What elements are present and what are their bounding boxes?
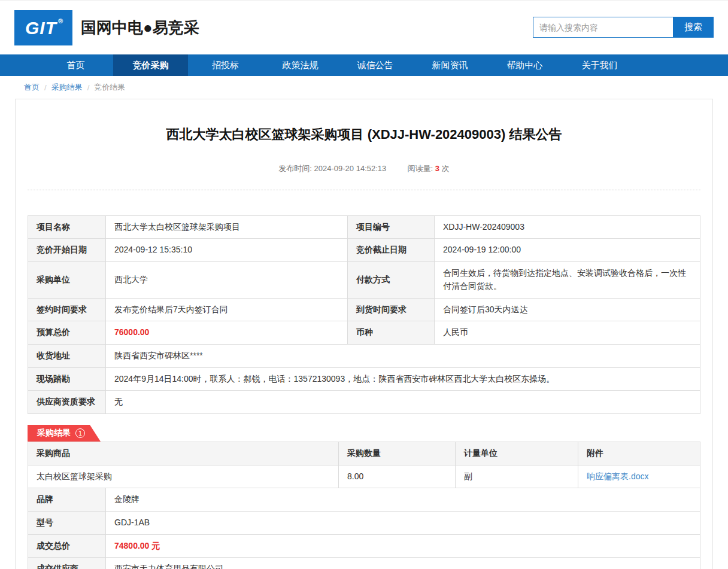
views-count: 3: [435, 164, 439, 173]
cell-value: 2024-09-12 15:35:10: [106, 239, 348, 262]
table-row: 采购单位 西北大学 付款方式 合同生效后，待货物到达指定地点、安装调试验收合格后…: [28, 262, 700, 298]
table-row: 收货地址 陕西省西安市碑林区****: [28, 344, 700, 367]
cell-label: 收货地址: [28, 344, 106, 367]
search-button[interactable]: 搜索: [673, 17, 714, 38]
cell-value: 人民币: [435, 321, 700, 345]
table-row: 成交总价 74800.00 元: [28, 534, 700, 558]
table-row: 太白校区篮球架采购 8.00 副 响应偏离表.docx: [28, 465, 700, 488]
search-bar: 搜索: [533, 17, 714, 38]
column-header: 附件: [578, 442, 700, 465]
site-header: GIT® 国网中电●易竞采 搜索: [0, 1, 728, 54]
cell-label: 签约时间要求: [28, 298, 106, 321]
cell-value: 西北大学太白校区篮球架采购项目: [106, 215, 348, 239]
registered-mark-icon: ®: [58, 17, 63, 25]
table-row: 品牌 金陵牌: [28, 488, 700, 512]
table-row: 供应商资质要求 无: [28, 391, 700, 414]
attachment-cell: 响应偏离表.docx: [578, 465, 700, 488]
project-info-table: 项目名称 西北大学太白校区篮球架采购项目 项目编号 XDJJ-HW-202409…: [28, 215, 700, 414]
nav-item-about-us[interactable]: 关于我们: [562, 54, 637, 76]
cell-label: 型号: [28, 512, 106, 535]
breadcrumb-home[interactable]: 首页: [24, 82, 40, 93]
cell-label: 采购单位: [28, 262, 106, 298]
table-row: 成交供应商 西安市天力体育用品有限公司: [28, 558, 700, 569]
cell-value: 金陵牌: [106, 488, 700, 512]
announcement-meta: 发布时间: 2024-09-20 14:52:13 阅读量: 3 次: [28, 163, 700, 174]
breadcrumb-current: 竞价结果: [94, 82, 125, 93]
nav-item-news[interactable]: 新闻资讯: [412, 54, 487, 76]
cell-label: 现场踏勘: [28, 367, 106, 391]
cell-label: 竞价截止日期: [348, 239, 435, 262]
table-row: 签约时间要求 发布竞价结果后7天内签订合同 到货时间要求 合同签订后30天内送达: [28, 298, 700, 321]
logo-text: GIT: [25, 18, 57, 38]
badge-count: 1: [75, 428, 85, 438]
nav-item-home[interactable]: 首页: [38, 54, 113, 76]
table-row: 项目名称 西北大学太白校区篮球架采购项目 项目编号 XDJJ-HW-202409…: [28, 215, 700, 239]
cell-value: 西安市天力体育用品有限公司: [106, 558, 700, 569]
table-row: 型号 GDJ-1AB: [28, 512, 700, 535]
content-card: 西北大学太白校区篮球架采购项目 (XDJJ-HW-202409003) 结果公告…: [15, 99, 713, 569]
cell-value: GDJ-1AB: [106, 512, 700, 535]
column-header: 计量单位: [456, 442, 578, 465]
budget-total-price: 76000.00: [106, 321, 348, 345]
site-logo[interactable]: GIT®: [14, 10, 72, 45]
quantity: 8.00: [339, 465, 456, 488]
column-header: 采购数量: [339, 442, 456, 465]
table-row: 预算总价 76000.00 币种 人民币: [28, 321, 700, 345]
publish-time-value: 2024-09-20 14:52:13: [314, 164, 387, 173]
views-unit: 次: [442, 164, 450, 173]
table-row: 竞价开始日期 2024-09-12 15:35:10 竞价截止日期 2024-0…: [28, 239, 700, 262]
views-label: 阅读量:: [408, 164, 433, 173]
badge-label: 采购结果: [37, 428, 71, 439]
table-row: 现场踏勘 2024年9月14日14:00时，联系人：郝锐，电话：13572130…: [28, 367, 700, 391]
attachment-link[interactable]: 响应偏离表.docx: [587, 471, 648, 481]
cell-value: 陕西省西安市碑林区****: [106, 344, 700, 367]
breadcrumb-separator: /: [44, 83, 47, 92]
cell-value: 2024-09-19 12:00:00: [435, 239, 700, 262]
nav-item-policies[interactable]: 政策法规: [263, 54, 338, 76]
cell-value: 合同生效后，待货物到达指定地点、安装调试验收合格后，一次性付清合同货款。: [435, 262, 700, 298]
search-input[interactable]: [533, 17, 673, 38]
dashed-divider: [28, 190, 700, 190]
cell-label: 成交供应商: [28, 558, 106, 569]
cell-value: XDJJ-HW-202409003: [435, 215, 700, 239]
cell-label: 成交总价: [28, 534, 106, 558]
cell-value: 发布竞价结果后7天内签订合同: [106, 298, 348, 321]
breadcrumb-separator: /: [87, 83, 90, 92]
cell-label: 付款方式: [348, 262, 435, 298]
deal-total-price: 74800.00 元: [106, 534, 700, 558]
breadcrumb-procurement-results[interactable]: 采购结果: [51, 82, 83, 93]
logo-group: GIT® 国网中电●易竞采: [14, 10, 199, 45]
cell-value: 无: [106, 391, 700, 414]
cell-label: 币种: [348, 321, 435, 345]
procurement-result-table: 采购商品 采购数量 计量单位 附件 太白校区篮球架采购 8.00 副 响应偏离表…: [28, 442, 700, 569]
publish-time-label: 发布时间:: [278, 164, 312, 173]
cell-value: 合同签订后30天内送达: [435, 298, 700, 321]
table-header-row: 采购商品 采购数量 计量单位 附件: [28, 442, 700, 465]
column-header: 采购商品: [28, 442, 339, 465]
cell-value: 2024年9月14日14:00时，联系人：郝锐，电话：13572130093，地…: [106, 367, 700, 391]
site-title: 国网中电●易竞采: [81, 17, 199, 38]
cell-label: 预算总价: [28, 321, 106, 345]
cell-label: 到货时间要求: [348, 298, 435, 321]
cell-label: 项目编号: [348, 215, 435, 239]
nav-item-bidding-procurement[interactable]: 竞价采购: [113, 54, 188, 76]
nav-item-help-center[interactable]: 帮助中心: [487, 54, 562, 76]
nav-item-integrity-notices[interactable]: 诚信公告: [338, 54, 412, 76]
cell-label: 竞价开始日期: [28, 239, 106, 262]
cell-label: 供应商资质要求: [28, 391, 106, 414]
cell-label: 品牌: [28, 488, 106, 512]
cell-label: 项目名称: [28, 215, 106, 239]
unit: 副: [456, 465, 578, 488]
procurement-result-badge: 采购结果 1: [28, 425, 101, 442]
product-name: 太白校区篮球架采购: [28, 465, 339, 488]
main-nav: 首页 竞价采购 招投标 政策法规 诚信公告 新闻资讯 帮助中心 关于我们: [0, 54, 728, 76]
cell-value: 西北大学: [106, 262, 348, 298]
page-title: 西北大学太白校区篮球架采购项目 (XDJJ-HW-202409003) 结果公告: [28, 126, 700, 144]
breadcrumb: 首页 / 采购结果 / 竞价结果: [0, 76, 728, 99]
nav-item-tendering[interactable]: 招投标: [188, 54, 263, 76]
